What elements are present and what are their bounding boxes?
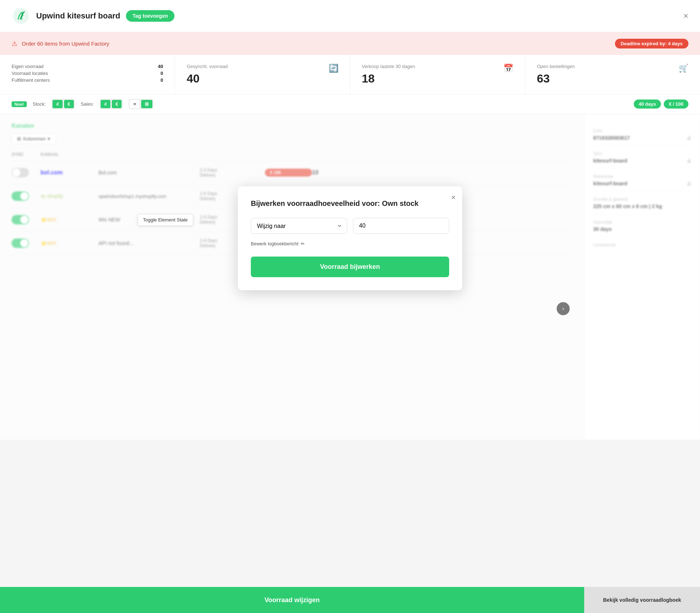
verkoop-label: Verkoop laatste 30 dagen [362, 64, 415, 69]
edit-icon: ✏ [301, 241, 305, 246]
main-content: Kanalen ⊞ Kolommen ▾ Sync Kanaal bol.com [0, 114, 700, 440]
open-value: 63 [537, 72, 575, 85]
sales-toggle-group: # € [100, 99, 123, 109]
modal-submit-button[interactable]: Voorraad bijwerken [251, 257, 449, 277]
alert-banner: ⚠ Order 60 items from Upwind Factory Dea… [0, 32, 700, 55]
sales-hash-button[interactable]: # [101, 100, 110, 108]
modal-select[interactable]: Wijzig naar [251, 218, 347, 234]
toolbar-right: 40 days € / 100 [634, 100, 688, 109]
modal-log-link[interactable]: Bewerk logboekbericht ✏ [251, 241, 449, 246]
stock-euro-button[interactable]: € [64, 100, 74, 108]
view-list-button[interactable]: ≡ [130, 100, 140, 108]
bottom-bar: Voorraad wijzigen Bekijk volledig voorra… [0, 587, 700, 613]
sync-icon: 🔄 [329, 64, 338, 73]
modal-title: Bijwerken voorraadhoeveelheid voor: Own … [251, 199, 449, 208]
page-title: Upwind kitesurf board [36, 11, 120, 21]
sales-label: Sales: [81, 101, 94, 107]
eigen-voorraad-main-value: 40 [158, 64, 163, 69]
view-log-button[interactable]: Bekijk volledig voorraadlogboek [584, 587, 700, 613]
calendar-icon: 📅 [503, 64, 513, 73]
view-toggle-group: ≡ ⊞ [128, 99, 153, 109]
gesynced-label: Gesyncht. voorraad [187, 64, 228, 69]
gesynced-value: 40 [187, 72, 228, 85]
alert-icon: ⚠ [12, 40, 17, 48]
tag-add-button[interactable]: Tag toevoegen [126, 10, 174, 22]
stat-verkoop: Verkoop laatste 30 dagen 18 📅 [350, 55, 526, 94]
voorraad-locaties-label: Voorraad locaties [12, 71, 48, 76]
voorraad-wijzigen-button[interactable]: Voorraad wijzigen [0, 587, 584, 613]
modal-close-button[interactable]: × [451, 193, 456, 202]
fulfillment-label: Fulfillment centers [12, 77, 50, 83]
stock-toggle-group: # € [51, 99, 75, 109]
view-grid-button[interactable]: ⊞ [141, 100, 152, 108]
toolbar: New! Stock: # € Sales: # € ≡ ⊞ 40 days €… [0, 94, 700, 114]
stock-label: Stock: [33, 101, 46, 107]
fulfillment-value: 0 [161, 77, 163, 83]
tooltip: Toggle Element State [138, 214, 193, 226]
sales-euro-button[interactable]: € [112, 100, 122, 108]
modal-overlay: Bijwerken voorraadhoeveelheid voor: Own … [0, 114, 700, 440]
modal: Bijwerken voorraadhoeveelheid voor: Own … [238, 186, 462, 290]
close-button[interactable]: × [683, 11, 688, 21]
logo-icon [12, 7, 30, 25]
open-label: Open bestellingen [537, 64, 575, 69]
header-left: Upwind kitesurf board Tag toevoegen [12, 7, 174, 25]
stat-open: Open bestellingen 63 🛒 [525, 55, 700, 94]
cart-icon: 🛒 [679, 64, 688, 73]
stats-row: Eigen voorraad 40 Voorraad locaties 0 Fu… [0, 55, 700, 94]
verkoop-value: 18 [362, 72, 415, 85]
deadline-badge: Deadline expired by: 4 days [615, 39, 688, 48]
graph-badge[interactable]: € / 100 [664, 100, 688, 109]
eigen-voorraad-label: Eigen voorraad [12, 64, 43, 69]
stock-hash-button[interactable]: # [52, 100, 62, 108]
voorraad-locaties-value: 0 [161, 71, 163, 76]
alert-left: ⚠ Order 60 items from Upwind Factory [12, 40, 109, 48]
new-badge: New! [12, 101, 27, 107]
days-badge[interactable]: 40 days [634, 100, 661, 109]
stat-gesynced: Gesyncht. voorraad 40 🔄 [175, 55, 350, 94]
modal-quantity-input[interactable] [353, 218, 449, 234]
header: Upwind kitesurf board Tag toevoegen × [0, 0, 700, 32]
modal-form-row: Wijzig naar [251, 218, 449, 234]
stat-eigen-voorraad: Eigen voorraad 40 Voorraad locaties 0 Fu… [0, 55, 175, 94]
alert-message: Order 60 items from Upwind Factory [22, 41, 109, 47]
